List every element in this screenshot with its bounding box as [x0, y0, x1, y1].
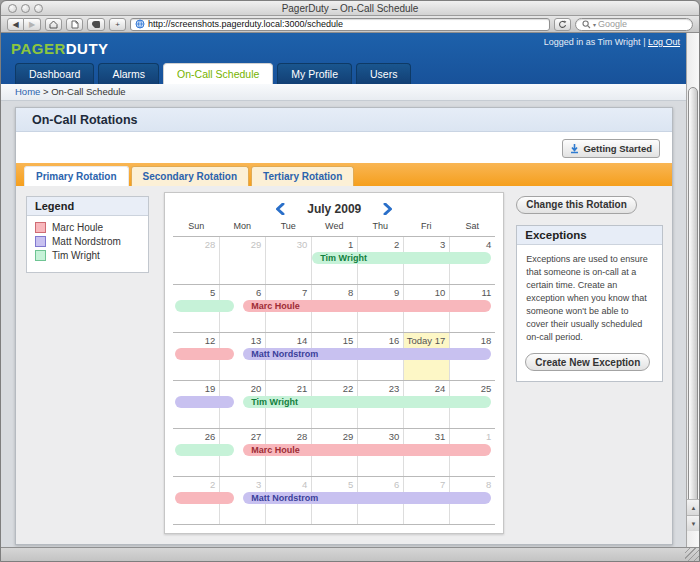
rotation-tab-secondary-rotation[interactable]: Secondary Rotation — [131, 166, 249, 186]
day-number: 20 — [220, 381, 265, 394]
day-number: 7 — [404, 477, 449, 490]
vertical-scrollbar[interactable]: ▲ ▼ — [686, 33, 699, 547]
dow-label: Wed — [311, 221, 357, 236]
legend-label: Matt Nordstrom — [52, 236, 121, 247]
home-button[interactable] — [45, 18, 62, 31]
legend-swatch-matt-nordstrom — [35, 236, 46, 247]
create-new-exception-button[interactable]: Create New Exception — [525, 353, 650, 371]
day-number: 16 — [358, 333, 403, 346]
page-title: On-Call Rotations — [16, 108, 672, 132]
day-number: 5 — [173, 285, 219, 298]
day-number: 21 — [266, 381, 311, 394]
rotation-bar-carryover — [175, 348, 233, 360]
site-header: PAGERDUTY Logged in as Tim Wright | Log … — [1, 33, 688, 84]
day-number: 15 — [312, 333, 357, 346]
report-page-button[interactable] — [66, 18, 83, 31]
legend-swatch-marc-houle — [35, 222, 46, 233]
day-number: 1 — [312, 237, 357, 250]
browser-viewport: PAGERDUTY Logged in as Tim Wright | Log … — [1, 33, 699, 547]
exceptions-button-row: Create New Exception — [517, 350, 662, 382]
nav-tab-dashboard[interactable]: Dashboard — [15, 63, 94, 84]
calendar-grid: 2829301234Tim Wright567891011Marc Houle1… — [173, 236, 495, 525]
rotation-bar-label: Tim Wright — [243, 396, 491, 408]
dow-label: Sat — [449, 221, 495, 236]
on-call-rotations-card: On-Call Rotations Getting Started Primar… — [15, 107, 673, 545]
rotation-tab-primary-rotation[interactable]: Primary Rotation — [24, 166, 129, 186]
logo-duty: DUTY — [66, 40, 109, 57]
refresh-icon — [558, 20, 567, 29]
browser-window: PagerDuty – On-Call Schedule ◀ ▶ + http:… — [0, 0, 700, 562]
nav-tab-alarms[interactable]: Alarms — [98, 63, 159, 84]
legend-swatch-tim-wright — [35, 250, 46, 261]
close-button[interactable] — [8, 4, 17, 13]
rotation-tab-tertiary-rotation[interactable]: Tertiary Rotation — [251, 166, 354, 186]
page-content: On-Call Rotations Getting Started Primar… — [1, 101, 688, 545]
rotation-bar-label: Marc Houle — [243, 300, 491, 312]
browser-toolbar: ◀ ▶ + http://screenshots.pagerduty.local… — [1, 16, 699, 33]
legend-body: Marc HouleMatt NordstromTim Wright — [27, 216, 148, 272]
rotation-bar-carryover — [175, 396, 233, 408]
calendar-week: 2345678Matt Nordstrom — [173, 476, 495, 524]
card-toolbar: Getting Started — [16, 132, 672, 163]
pagerduty-logo: PAGERDUTY — [11, 40, 109, 57]
address-field[interactable]: http://screenshots.pagerduty.local:3000/… — [130, 18, 550, 31]
nav-tab-on-call-schedule[interactable]: On-Call Schedule — [163, 63, 273, 84]
search-field[interactable]: ▾ Google — [575, 18, 693, 31]
scrollbar-thumb[interactable] — [688, 87, 698, 511]
resize-grip[interactable] — [685, 548, 699, 562]
day-number: 3 — [404, 237, 449, 250]
calendar-week: 567891011Marc Houle — [173, 284, 495, 332]
day-number: 8 — [312, 285, 357, 298]
zoom-button[interactable] — [34, 4, 43, 13]
day-number: 23 — [358, 381, 403, 394]
day-number: 8 — [450, 477, 495, 490]
day-number: 28 — [266, 429, 311, 442]
day-number: 13 — [220, 333, 265, 346]
next-month-button[interactable] — [381, 202, 395, 216]
legend-item: Tim Wright — [35, 250, 140, 261]
rotation-bar-carryover — [175, 444, 233, 456]
logo-pager: PAGER — [11, 40, 66, 57]
add-bookmark-button[interactable]: + — [109, 18, 126, 31]
change-rotation-button[interactable]: Change this Rotation — [516, 196, 637, 214]
back-button[interactable]: ◀ — [7, 18, 24, 31]
day-number: 2 — [173, 477, 219, 490]
search-placeholder: Google — [598, 19, 627, 29]
minimize-button[interactable] — [21, 4, 30, 13]
home-icon — [49, 20, 58, 29]
dow-label: Sun — [173, 221, 219, 236]
clipper-icon — [91, 20, 101, 29]
day-number: 6 — [220, 285, 265, 298]
legend-panel: Legend Marc HouleMatt NordstromTim Wrigh… — [26, 196, 149, 273]
dow-label: Tue — [265, 221, 311, 236]
forward-button[interactable]: ▶ — [24, 18, 41, 31]
day-number: 4 — [266, 477, 311, 490]
prev-month-button[interactable] — [273, 202, 287, 216]
web-page: PAGERDUTY Logged in as Tim Wright | Log … — [1, 33, 688, 547]
breadcrumb-home-link[interactable]: Home — [15, 86, 40, 97]
breadcrumb-separator: > — [43, 86, 49, 97]
log-out-link[interactable]: Log Out — [648, 37, 680, 47]
scroll-down-button[interactable]: ▼ — [687, 515, 700, 531]
search-icon — [582, 20, 591, 29]
day-number: 30 — [266, 237, 311, 250]
calendar-month-label: July 2009 — [307, 202, 361, 216]
nav-tab-my-profile[interactable]: My Profile — [277, 63, 352, 84]
day-number: 6 — [358, 477, 403, 490]
right-sidebar: Change this Rotation Exceptions Exceptio… — [516, 194, 663, 382]
getting-started-button[interactable]: Getting Started — [562, 139, 660, 158]
day-number: 30 — [358, 429, 403, 442]
nav-tab-users[interactable]: Users — [356, 63, 411, 84]
login-status: Logged in as Tim Wright | Log Out — [544, 37, 680, 47]
day-number: 12 — [173, 333, 219, 346]
address-url: http://screenshots.pagerduty.local:3000/… — [148, 19, 343, 29]
rotation-bar-label: Marc Houle — [243, 444, 491, 456]
legend-label: Tim Wright — [52, 250, 100, 261]
web-clipper-button[interactable] — [87, 18, 105, 31]
chevron-left-icon — [275, 203, 285, 215]
day-number: Today 17 — [404, 333, 449, 346]
rotation-bar-carryover — [175, 300, 233, 312]
calendar-cell: 29 — [219, 237, 265, 284]
scroll-up-button[interactable]: ▲ — [687, 499, 700, 515]
refresh-button[interactable] — [554, 18, 571, 31]
